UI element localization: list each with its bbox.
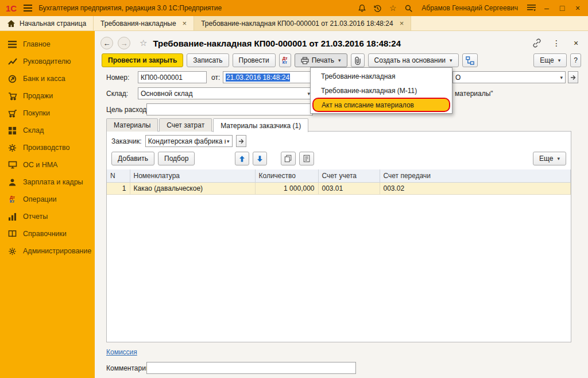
paste-row-button[interactable] — [299, 152, 314, 165]
menu-item-requisition-m11[interactable]: Требование-накладная (М-11) — [311, 83, 452, 98]
current-user[interactable]: Абрамов Геннадий Сергеевич — [421, 4, 518, 12]
customer-field[interactable]: Кондитерская фабрика куп ▾ — [145, 135, 233, 147]
number-field[interactable]: КП00-000001 — [138, 71, 207, 83]
bank-cash-icon — [7, 74, 17, 84]
customer-open-button[interactable] — [236, 135, 246, 147]
minimize-icon[interactable]: – — [542, 3, 551, 13]
sidebar-item-reports[interactable]: Отчеты — [0, 208, 95, 225]
write-button[interactable]: Записать — [187, 53, 229, 67]
sidebar-item-main[interactable]: Главное — [0, 36, 95, 53]
tab-requisition-document[interactable]: Требование-накладная КП00-000001 от 21.0… — [194, 16, 411, 30]
sidebar-item-references[interactable]: Справочники — [0, 225, 95, 242]
open-arrow-icon — [238, 138, 244, 144]
dropdown-icon: ▾ — [338, 57, 341, 63]
column-header-transfer-account[interactable]: Счет передачи — [380, 169, 571, 183]
column-header-quantity[interactable]: Количество — [255, 169, 318, 183]
get-link-icon[interactable] — [532, 38, 542, 48]
purpose-label: Цель расхода: — [106, 106, 152, 114]
post-and-close-button[interactable]: Провести и закрыть — [102, 53, 183, 67]
sidebar-item-fixed-assets[interactable]: ОС и НМА — [0, 156, 95, 173]
tab-requisition-list[interactable]: Требования-накладные × — [94, 16, 194, 30]
sections-sidebar: Главное Руководителю Банк и касса Продаж… — [0, 31, 95, 378]
dropdown-icon[interactable]: ▾ — [227, 138, 230, 144]
column-header-n[interactable]: N — [107, 169, 130, 183]
search-icon[interactable] — [404, 3, 413, 13]
comment-field[interactable] — [146, 362, 356, 374]
date-field[interactable]: 21.03.2016 18:48:24 — [223, 71, 313, 83]
tab-close-icon[interactable]: × — [400, 19, 404, 28]
menu-item-requisition[interactable]: Требование-накладная — [311, 69, 452, 83]
favorite-star-icon[interactable]: ☆ — [140, 38, 147, 48]
move-up-button[interactable] — [235, 152, 249, 165]
service-menu-icon[interactable] — [527, 3, 536, 13]
organization-open-button[interactable] — [568, 71, 578, 83]
cell-transfer-account[interactable]: 003.02 — [380, 183, 571, 195]
window-title: Бухгалтерия предприятия, редакция 3.0 1С… — [38, 4, 351, 12]
sidebar-item-administration[interactable]: Администрирование — [0, 242, 95, 260]
tab-materials[interactable]: Материалы — [106, 118, 158, 132]
forward-button[interactable]: → — [118, 37, 130, 49]
main-menu-icon[interactable] — [23, 3, 32, 13]
history-icon[interactable] — [373, 3, 382, 13]
home-tab[interactable]: Начальная страница — [0, 16, 94, 30]
cell-nomenclature[interactable]: Какао (давальческое) — [130, 183, 255, 195]
sidebar-item-payroll-hr[interactable]: Зарплата и кадры — [0, 173, 95, 191]
cell-n[interactable]: 1 — [107, 183, 130, 195]
structure-icon — [466, 56, 474, 65]
related-documents-button[interactable] — [462, 53, 478, 67]
open-windows-tabbar: Начальная страница Требования-накладные … — [0, 16, 588, 31]
copy-row-button[interactable] — [281, 152, 296, 165]
dropdown-icon[interactable]: ▾ — [560, 75, 563, 80]
favorites-star-icon[interactable]: ☆ — [388, 3, 397, 13]
window-close-icon[interactable]: × — [573, 3, 582, 13]
help-button[interactable]: ? — [570, 53, 581, 67]
add-row-button[interactable]: Добавить — [111, 152, 154, 165]
sidebar-item-sales[interactable]: Продажи — [0, 87, 95, 105]
post-button[interactable]: Провести — [233, 53, 276, 67]
sidebar-item-operations[interactable]: ДтКт Операции — [0, 191, 95, 208]
sidebar-item-bank-cash[interactable]: Банк и касса — [0, 70, 95, 87]
notifications-bell-icon[interactable] — [357, 3, 366, 13]
organization-field[interactable]: О ▾ — [452, 71, 566, 83]
grid-more-button[interactable]: Еще▾ — [533, 152, 566, 165]
sidebar-item-manager[interactable]: Руководителю — [0, 53, 95, 70]
dtkt-postings-button[interactable]: ДтКт — [279, 53, 291, 67]
attachments-button[interactable] — [351, 53, 365, 67]
more-button[interactable]: Еще▾ — [533, 53, 567, 67]
sidebar-item-warehouse[interactable]: Склад — [0, 122, 95, 139]
copy-icon — [284, 155, 292, 163]
menu-item-writeoff-act[interactable]: Акт на списание материалов — [312, 98, 450, 112]
sidebar-item-purchases[interactable]: Покупки — [0, 105, 95, 122]
commission-link[interactable]: Комиссия — [106, 348, 137, 356]
date-label: от: — [211, 74, 220, 82]
window-titlebar: 1С Бухгалтерия предприятия, редакция 3.0… — [0, 0, 588, 16]
create-on-base-button[interactable]: Создать на основании▾ — [368, 53, 459, 67]
move-down-button[interactable] — [253, 152, 267, 165]
tab-label: Требование-накладная КП00-000001 от 21.0… — [201, 20, 393, 28]
column-header-nomenclature[interactable]: Номенклатура — [130, 169, 255, 183]
warehouse-field[interactable]: Основной склад ▾ — [138, 87, 313, 99]
close-document-icon[interactable]: × — [571, 38, 581, 48]
tab-cost-account[interactable]: Счет затрат — [159, 118, 212, 132]
cell-account[interactable]: 003.01 — [318, 183, 380, 195]
back-button[interactable]: ← — [100, 37, 113, 49]
arrow-up-icon — [238, 155, 246, 163]
tab-label: Требования-накладные — [100, 20, 176, 28]
dropdown-icon: ▾ — [557, 156, 560, 161]
table-header-row: N Номенклатура Количество Счет учета Сче… — [107, 169, 571, 183]
maximize-icon[interactable]: □ — [558, 3, 567, 13]
home-tab-label: Начальная страница — [20, 20, 86, 28]
more-dots-icon[interactable]: ⋮ — [551, 38, 562, 48]
cell-quantity[interactable]: 1 000,000 — [255, 183, 318, 195]
column-header-account[interactable]: Счет учета — [318, 169, 380, 183]
sales-cart-icon — [7, 91, 17, 101]
clipboard-icon — [303, 155, 311, 163]
purpose-field[interactable] — [146, 103, 313, 115]
print-button[interactable]: Печать▾ — [295, 53, 347, 67]
pick-button[interactable]: Подбор — [158, 152, 195, 165]
sidebar-item-production[interactable]: Производство — [0, 139, 95, 156]
tab-close-icon[interactable]: × — [183, 19, 187, 28]
tab-customer-materials[interactable]: Материалы заказчика (1) — [213, 118, 308, 132]
dropdown-icon: ▾ — [450, 57, 452, 63]
table-row[interactable]: 1 Какао (давальческое) 1 000,000 003.01 … — [107, 183, 571, 195]
